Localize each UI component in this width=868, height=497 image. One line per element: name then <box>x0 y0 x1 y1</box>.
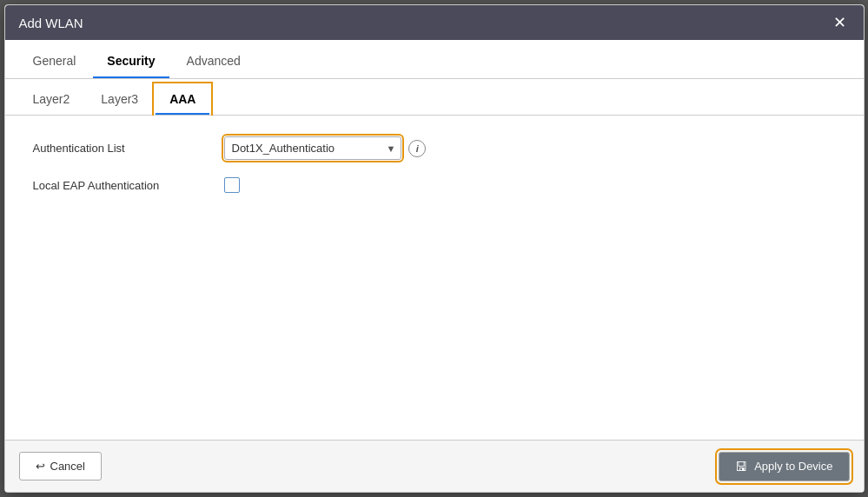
local-eap-checkbox[interactable] <box>224 177 240 193</box>
authentication-list-row: Authentication List Dot1X_Authenticatio … <box>33 136 836 160</box>
local-eap-control <box>224 177 240 193</box>
info-icon[interactable]: i <box>408 140 426 157</box>
local-eap-label: Local EAP Authentication <box>33 179 224 192</box>
modal-body: Authentication List Dot1X_Authenticatio … <box>5 116 864 440</box>
authentication-list-control: Dot1X_Authenticatio None Default ▼ i <box>224 136 427 160</box>
save-icon: 🖫 <box>735 460 747 474</box>
cancel-icon: ↩ <box>36 460 45 473</box>
authentication-list-select[interactable]: Dot1X_Authenticatio None Default <box>225 137 381 159</box>
authentication-list-select-wrapper: Dot1X_Authenticatio None Default ▼ <box>224 136 402 160</box>
apply-to-device-button[interactable]: 🖫 Apply to Device <box>719 452 849 481</box>
tab-layer3[interactable]: Layer3 <box>87 85 152 115</box>
tab-security[interactable]: Security <box>93 45 169 78</box>
modal-header: Add WLAN ✕ <box>5 5 864 40</box>
tab-aaa[interactable]: AAA <box>156 85 209 115</box>
top-tabs: General Security Advanced <box>5 40 864 79</box>
close-button[interactable]: ✕ <box>830 15 850 30</box>
authentication-list-label: Authentication List <box>33 142 224 155</box>
local-eap-row: Local EAP Authentication <box>33 177 836 193</box>
select-arrow-icon: ▼ <box>381 143 401 154</box>
apply-label: Apply to Device <box>754 460 832 473</box>
secondary-tabs: Layer2 Layer3 AAA <box>5 79 864 116</box>
tab-general[interactable]: General <box>19 45 90 78</box>
tab-layer2[interactable]: Layer2 <box>19 85 84 115</box>
tab-advanced[interactable]: Advanced <box>173 45 255 78</box>
add-wlan-modal: Add WLAN ✕ General Security Advanced Lay… <box>4 4 865 493</box>
modal-footer: ↩ Cancel 🖫 Apply to Device <box>5 440 864 492</box>
modal-title: Add WLAN <box>19 16 83 30</box>
cancel-label: Cancel <box>50 460 85 473</box>
cancel-button[interactable]: ↩ Cancel <box>19 452 102 480</box>
